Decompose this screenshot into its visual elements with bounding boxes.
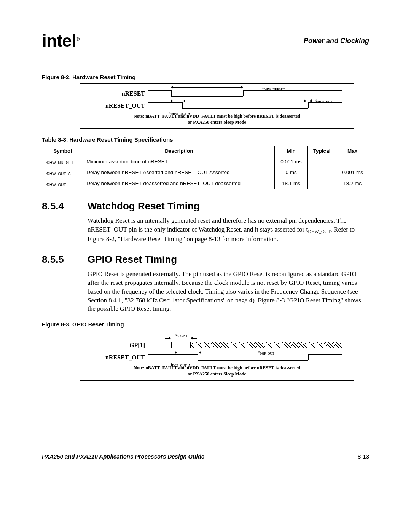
th-min: Min — [275, 146, 308, 156]
table-8-8: Symbol Description Min Typical Max tDHW_… — [42, 146, 369, 189]
cell-desc: Delay between nRESET Asserted and nRESET… — [83, 167, 275, 178]
table-row: tDHW_OUT Delay between nRESET deasserted… — [42, 178, 369, 189]
symbol-tdhw-nreset: tDHW_NRESET — [262, 86, 285, 91]
section-8-5-4-heading: 8.5.4 Watchdog Reset Timing — [42, 200, 369, 212]
cell-typ: — — [307, 178, 336, 189]
table-row: tDHW_NRESET Minimum assertion time of nR… — [42, 156, 369, 167]
cell-max: 0.001 ms — [336, 167, 369, 178]
timing-label-nreset-out-2: nRESET_OUT — [88, 354, 148, 361]
inline-symbol: tDHW_OUT — [306, 226, 331, 233]
figure-8-3-note-line1: Note: nBATT_FAULT and nVDD_FAULT must be… — [134, 365, 300, 371]
symbol-tdhw-out-a: tDHW_OUT_A — [169, 110, 190, 116]
cell-symbol: tDHW_NRESET — [42, 156, 83, 167]
timing-row-nreset-out: nRESET_OUT tDHW_OUT_A tDHW_OUT — [88, 100, 346, 112]
timing-row-nreset-out-2: nRESET_OUT tDGP_OUT_A tDGP_OUT — [88, 351, 346, 364]
figure-8-3-caption: Figure 8-3. GPIO Reset Timing — [42, 321, 369, 328]
figure-8-2-note-line2: or PXA250 enters Sleep Mode — [188, 120, 246, 125]
cell-min: 18.1 ms — [275, 178, 308, 189]
figure-8-3-diagram: GP[1] tA_GP[1] nRESET_OUT — [80, 331, 354, 380]
timing-row-nreset: nRESET tDHW_NRESET — [88, 88, 346, 100]
timing-wave-nreset-out-2: tDGP_OUT_A tDGP_OUT — [148, 351, 346, 364]
section-number: 8.5.4 — [42, 200, 72, 212]
timing-wave-nreset-out: tDHW_OUT_A tDHW_OUT — [148, 100, 346, 112]
footer-doc-title: PXA250 and PXA210 Applications Processor… — [42, 453, 204, 460]
figure-8-3-note: Note: nBATT_FAULT and nVDD_FAULT must be… — [88, 365, 346, 377]
page-footer: PXA250 and PXA210 Applications Processor… — [42, 453, 369, 460]
timing-label-nreset: nRESET — [88, 90, 148, 97]
cell-min: 0.001 ms — [275, 156, 308, 167]
figure-8-2-note-line1: Note: nBATT_FAULT and nVDD_FAULT must be… — [134, 113, 300, 119]
cell-desc: Delay between nRESET deasserted and nRES… — [83, 178, 275, 189]
timing-row-gp1: GP[1] tA_GP[1] — [88, 339, 346, 351]
figure-8-2-diagram: nRESET tDHW_NRESET nRESET_OUT — [80, 83, 354, 129]
section-number: 8.5.5 — [42, 254, 72, 265]
section-title: Watchdog Reset Timing — [88, 200, 200, 212]
cell-min: 0 ms — [275, 167, 308, 178]
intel-logo: intel® — [42, 30, 79, 51]
symbol-tdhw-out: tDHW_OUT — [315, 98, 333, 104]
cell-max: 18.2 ms — [336, 178, 369, 189]
chapter-title: Power and Clocking — [304, 37, 369, 45]
table-row: tDHW_OUT_A Delay between nRESET Asserted… — [42, 167, 369, 178]
cell-typ: — — [307, 167, 336, 178]
footer-page-number: 8-13 — [358, 453, 369, 460]
cell-symbol: tDHW_OUT — [42, 178, 83, 189]
logo-text: intel — [42, 31, 76, 51]
section-8-5-4-body: Watchdog Reset is an internally generate… — [88, 217, 369, 243]
timing-label-nreset-out: nRESET_OUT — [88, 102, 148, 109]
figure-8-2-note: Note: nBATT_FAULT and nVDD_FAULT must be… — [88, 113, 346, 125]
page-header: intel® Power and Clocking — [42, 30, 369, 51]
cell-desc: Minimum assertion time of nRESET — [83, 156, 275, 167]
cell-symbol: tDHW_OUT_A — [42, 167, 83, 178]
table-8-8-caption: Table 8-8. Hardware Reset Timing Specifi… — [42, 136, 369, 143]
section-title: GPIO Reset Timing — [88, 254, 177, 265]
logo-registered: ® — [76, 36, 80, 42]
th-symbol: Symbol — [42, 146, 83, 156]
symbol-tdgp-out: tDGP_OUT — [258, 350, 274, 355]
timing-wave-gp1: tA_GP[1] — [148, 339, 346, 351]
th-typical: Typical — [307, 146, 336, 156]
th-description: Description — [83, 146, 275, 156]
symbol-tdgp-out-a: tDGP_OUT_A — [171, 362, 190, 367]
cell-max: — — [336, 156, 369, 167]
figure-8-3-note-line2: or PXA250 enters Sleep Mode — [188, 371, 246, 377]
figure-8-2-caption: Figure 8-2. Hardware Reset Timing — [42, 74, 369, 80]
section-8-5-5-heading: 8.5.5 GPIO Reset Timing — [42, 254, 369, 265]
symbol-ta-gp1: tA_GP[1] — [175, 332, 188, 338]
timing-label-gp1: GP[1] — [88, 342, 148, 349]
section-8-5-5-body: GPIO Reset is generated externally. The … — [88, 270, 369, 314]
table-header-row: Symbol Description Min Typical Max — [42, 146, 369, 156]
th-max: Max — [336, 146, 369, 156]
cell-typ: — — [307, 156, 336, 167]
